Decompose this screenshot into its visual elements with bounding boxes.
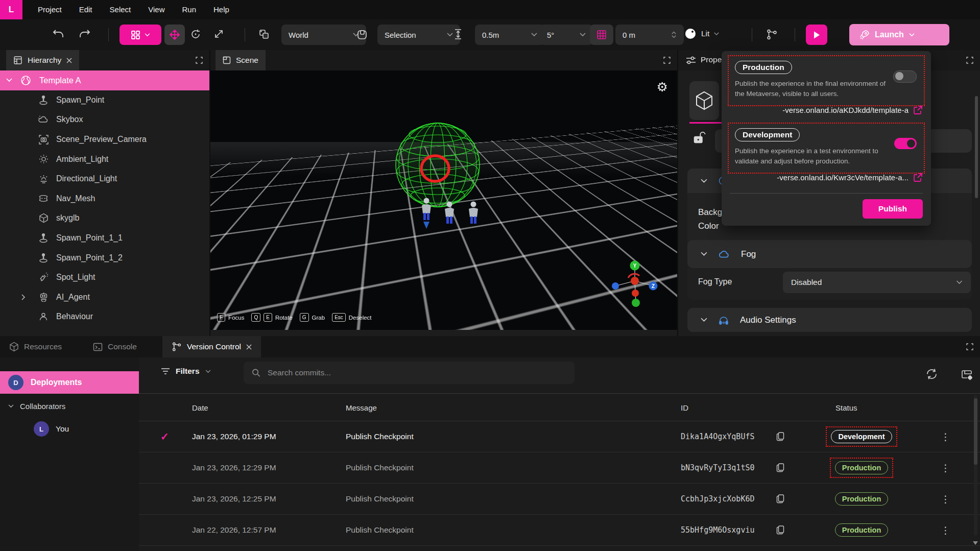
grid-toggle-button[interactable] [590, 25, 613, 45]
menu-run[interactable]: Run [174, 0, 205, 19]
row-menu-icon[interactable]: ⋮ [941, 432, 950, 441]
hierarchy-item-ambient-light[interactable]: Ambient_Light [0, 149, 209, 169]
fog-section-header[interactable]: Fog [687, 240, 972, 268]
divider [139, 393, 980, 394]
app-logo[interactable]: L [0, 0, 22, 19]
scale-tool-button[interactable] [213, 29, 224, 39]
version-control-button[interactable] [766, 29, 778, 40]
column-status[interactable]: Status [835, 403, 857, 412]
elevation-field[interactable]: 0 m [615, 25, 684, 45]
copy-id-icon[interactable] [776, 463, 784, 472]
hierarchy-item-spawn-point[interactable]: Spawn_Point [0, 90, 209, 110]
tab-console[interactable]: Console [93, 336, 137, 357]
expand-bottom-panel-icon[interactable] [966, 343, 973, 350]
sidebar-item-deployments[interactable]: D Deployments [0, 371, 139, 394]
tab-resources[interactable]: Resources [9, 336, 62, 357]
rotate-snap-dropdown[interactable]: 5° [540, 25, 593, 45]
menu-select[interactable]: Select [101, 0, 140, 19]
hierarchy-item-label: Nav_Mesh [56, 194, 95, 203]
tab-hierarchy[interactable]: Hierarchy [6, 50, 79, 70]
launch-button[interactable]: Launch [849, 24, 949, 45]
filters-dropdown[interactable]: Filters [161, 367, 211, 376]
hierarchy-item-scene-preview-camera[interactable]: Scene_Preview_Camera [0, 130, 209, 150]
expand-properties-icon[interactable] [966, 57, 973, 64]
copy-id-icon[interactable] [776, 432, 784, 441]
search-commits-input[interactable] [267, 368, 566, 378]
redo-button[interactable] [79, 29, 90, 39]
hierarchy-item-spot-light[interactable]: Spot_Light [0, 268, 209, 288]
hierarchy-item-behaviour[interactable]: Behaviour [0, 307, 209, 327]
commits-scrollbar[interactable] [974, 395, 977, 536]
chevron-right-icon[interactable] [21, 294, 26, 300]
undo-button[interactable] [53, 29, 64, 39]
hierarchy-root-template-a[interactable]: Template A [0, 70, 209, 90]
commit-row[interactable]: Jan 23, 2026, 12:29 PM Publish Checkpoin… [139, 452, 980, 484]
key-f: F [217, 313, 225, 322]
commit-row[interactable]: Jan 22, 2026, 12:57 PM Publish Checkpoin… [139, 514, 980, 546]
tab-scene[interactable]: Scene [216, 50, 266, 70]
hierarchy-item-spawn-point-1-1[interactable]: Spawn_Point_1_1 [0, 228, 209, 248]
elevation-stepper[interactable] [671, 31, 677, 38]
hierarchy-item-nav-mesh[interactable]: Nav_Mesh [0, 189, 209, 209]
duplicate-button[interactable] [258, 29, 270, 40]
menu-help[interactable]: Help [205, 0, 238, 19]
key-e: E [264, 313, 272, 322]
commit-row[interactable]: Jan 23, 2026, 12:25 PM Publish Checkpoin… [139, 483, 980, 515]
external-link-icon[interactable] [913, 105, 923, 115]
deployment-settings-icon[interactable] [960, 369, 973, 381]
menu-project[interactable]: Project [29, 0, 70, 19]
transform-mode-button[interactable] [119, 25, 161, 45]
publish-button[interactable]: Publish [863, 199, 923, 219]
search-commits-box[interactable] [244, 362, 575, 384]
column-date[interactable]: Date [192, 403, 208, 412]
hierarchy-item-skyglb[interactable]: skyglb [0, 208, 209, 228]
row-menu-icon[interactable]: ⋮ [941, 494, 950, 504]
refresh-icon[interactable] [925, 368, 938, 380]
rotate-tool-button[interactable] [190, 29, 201, 40]
commits-scrollbar-thumb[interactable] [974, 398, 977, 465]
shading-mode-dropdown[interactable]: Lit [684, 28, 719, 40]
scroll-down-arrow-icon[interactable] [973, 541, 978, 545]
hierarchy-item-directional-light[interactable]: Directional_Light [0, 169, 209, 189]
fog-type-dropdown[interactable]: Disabled [783, 272, 971, 293]
menu-view[interactable]: View [139, 0, 173, 19]
column-id[interactable]: ID [681, 403, 688, 412]
tab-version-control[interactable]: Version Control [162, 336, 261, 357]
audio-section-header[interactable]: Audio Settings [687, 308, 972, 332]
properties-scrollbar[interactable] [975, 96, 978, 198]
hierarchy-item-skybox[interactable]: Skybox [0, 110, 209, 130]
avatars[interactable] [419, 197, 495, 233]
sidebar-item-you[interactable]: L You [34, 420, 69, 438]
production-toggle[interactable] [893, 70, 917, 83]
development-toggle[interactable] [894, 138, 917, 149]
pivot-mode-dropdown[interactable]: Selection [377, 25, 460, 45]
space-mode-dropdown[interactable]: World [281, 25, 366, 45]
hierarchy-item-ai-agent[interactable]: AI_Agent [0, 288, 209, 307]
row-menu-icon[interactable]: ⋮ [941, 463, 950, 472]
menu-edit[interactable]: Edit [70, 0, 101, 19]
viewport-settings-gear-icon[interactable]: ⚙ [657, 80, 668, 94]
move-snap-dropdown[interactable]: 0.5m [475, 25, 544, 45]
sidebar-group-collaborators[interactable]: Collaborators [8, 398, 65, 414]
expand-scene-icon[interactable] [663, 57, 671, 64]
row-menu-icon[interactable]: ⋮ [941, 525, 950, 535]
close-icon[interactable] [246, 344, 252, 350]
behaviour-icon [38, 312, 49, 321]
asset-type-tab[interactable] [689, 81, 719, 120]
transform-gizmo[interactable]: Y Z [604, 254, 665, 321]
expand-hierarchy-icon[interactable] [196, 57, 203, 64]
copy-id-icon[interactable] [776, 525, 784, 535]
column-message[interactable]: Message [346, 403, 377, 412]
viewport-3d[interactable]: Y Z ⚙ F Focus Q E Rotate [210, 70, 677, 330]
commit-row[interactable]: ✓ Jan 23, 2026, 01:29 PM Publish Checkpo… [139, 421, 980, 452]
lock-icon[interactable] [692, 131, 706, 145]
copy-id-icon[interactable] [776, 494, 784, 504]
move-tool-button[interactable] [164, 25, 185, 45]
hierarchy-item-spawn-point-1-2[interactable]: Spawn_Point_1_2 [0, 248, 209, 268]
elevation-snap-icon[interactable] [453, 29, 463, 40]
frame-selection-button[interactable] [356, 29, 368, 41]
close-icon[interactable] [66, 58, 72, 63]
production-url-row: -verse.onland.io/aKDJkdd/template-a [728, 98, 925, 122]
external-link-icon[interactable] [913, 173, 923, 182]
play-button[interactable] [806, 25, 827, 45]
